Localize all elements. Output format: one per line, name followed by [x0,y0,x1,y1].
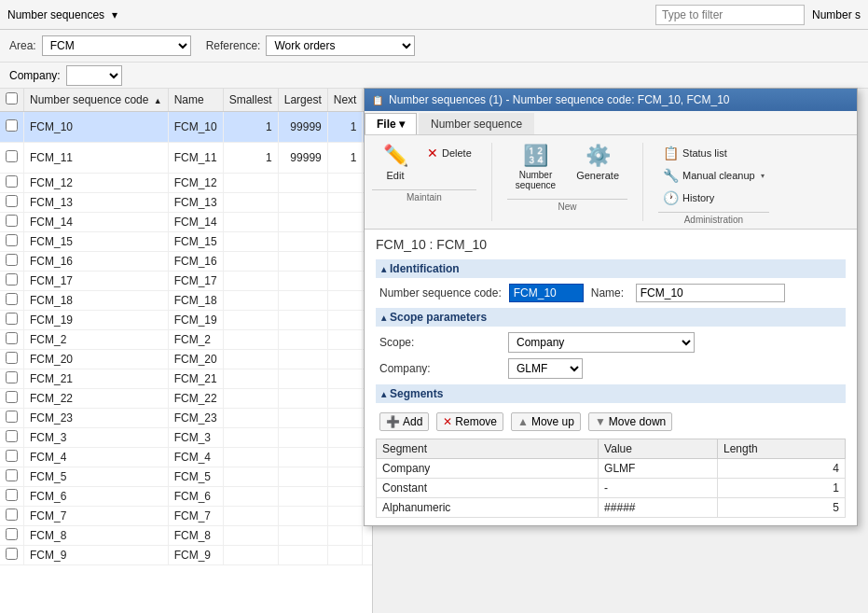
table-row[interactable]: FCM_20 FCM_20 [0,350,373,369]
row-smallest [223,526,278,546]
row-largest [278,291,327,311]
row-checkbox[interactable] [6,528,18,540]
col-header-name[interactable]: Name [168,89,223,112]
row-checkbox[interactable] [6,489,18,501]
title-dropdown-arrow[interactable]: ▾ [112,8,117,21]
row-checkbox[interactable] [6,150,18,162]
edit-icon: ✏️ [383,144,408,168]
status-list-button[interactable]: 📋 Status list [658,143,769,163]
row-smallest [223,291,278,311]
col-header-code[interactable]: Number sequence code ▲ [24,89,169,112]
ribbon-divider-2 [642,143,643,221]
row-check-cell [0,112,24,143]
row-checkbox[interactable] [6,352,18,364]
code-input[interactable] [509,284,584,302]
row-checkbox[interactable] [6,195,18,207]
table-row[interactable]: FCM_12 FCM_12 [0,174,373,193]
row-smallest [223,330,278,350]
manual-cleanup-button[interactable]: 🔧 Manual cleanup ▾ [658,165,769,186]
row-next [327,311,363,330]
company-scope-select[interactable]: GLMF [508,358,583,379]
row-checkbox[interactable] [6,411,18,423]
table-row[interactable]: FCM_9 FCM_9 [0,546,373,565]
number-sequence-table: Number sequence code ▲ Name Smallest Lar… [0,89,373,565]
row-checkbox[interactable] [6,509,18,521]
reference-select[interactable]: Work orders [266,35,415,56]
row-checkbox[interactable] [6,254,18,266]
segments-toggle[interactable]: ▴ [381,389,386,399]
table-row[interactable]: FCM_2 FCM_2 [0,330,373,350]
company-select[interactable] [66,65,122,86]
table-row[interactable]: FCM_23 FCM_23 [0,409,373,428]
tab-number-sequence[interactable]: Number sequence [419,113,534,134]
table-row[interactable]: FCM_8 FCM_8 [0,526,373,546]
scope-select[interactable]: Company [508,332,695,353]
col-header-smallest[interactable]: Smallest [223,89,278,112]
table-row[interactable]: FCM_7 FCM_7 [0,507,373,526]
row-checkbox[interactable] [6,234,18,246]
row-smallest [223,252,278,272]
table-row[interactable]: FCM_19 FCM_19 [0,311,373,330]
row-checkbox[interactable] [6,273,18,286]
row-checkbox[interactable] [6,293,18,305]
move-down-button[interactable]: ▼ Move down [588,412,672,431]
reference-field-group: Reference: Work orders [206,35,416,56]
table-row[interactable]: FCM_22 FCM_22 [0,389,373,409]
ribbon-divider-1 [491,143,492,221]
table-row[interactable]: FCM_16 FCM_16 [0,252,373,272]
col-header-next[interactable]: Next [327,89,363,112]
reference-label: Reference: [206,39,261,52]
table-row[interactable]: FCM_11 FCM_11 1 99999 1 GLRT-##### [0,143,373,174]
table-row[interactable]: FCM_18 FCM_18 [0,291,373,311]
select-all-checkbox[interactable] [6,92,18,104]
table-row[interactable]: FCM_6 FCM_6 [0,487,373,507]
add-segment-button[interactable]: ➕ Add [379,412,429,431]
table-row[interactable]: FCM_10 FCM_10 1 99999 1 GLMF-##### [0,112,373,143]
row-name: FCM_7 [168,507,223,526]
ribbon-content: ✏️ Edit ✕ Delete Maintain [365,135,857,229]
row-smallest [223,174,278,193]
row-checkbox[interactable] [6,119,18,132]
edit-button[interactable]: ✏️ Edit [372,139,419,186]
history-button[interactable]: 🕐 History [658,188,769,208]
table-row[interactable]: FCM_5 FCM_5 [0,467,373,487]
row-checkbox[interactable] [6,313,18,325]
row-checkbox[interactable] [6,215,18,227]
segment-row[interactable]: Company GLMF 4 [377,459,846,479]
row-checkbox[interactable] [6,391,18,403]
cleanup-dropdown-arrow: ▾ [761,172,765,180]
remove-segment-button[interactable]: ✕ Remove [436,412,503,431]
row-check-cell [0,369,24,389]
table-row[interactable]: FCM_14 FCM_14 [0,213,373,232]
segment-row[interactable]: Constant - 1 [377,479,846,498]
table-row[interactable]: FCM_21 FCM_21 [0,369,373,389]
tab-file[interactable]: File ▾ [365,113,417,134]
row-check-cell [0,143,24,174]
generate-button[interactable]: ⚙️ Generate [568,139,627,186]
row-checkbox[interactable] [6,469,18,481]
row-checkbox[interactable] [6,332,18,344]
number-sequence-new-button[interactable]: 🔢 Numbersequence [507,139,564,195]
table-row[interactable]: FCM_17 FCM_17 [0,272,373,291]
area-select[interactable]: FCM [42,35,191,56]
segment-row[interactable]: Alphanumeric ##### 5 [377,498,846,518]
col-header-largest[interactable]: Largest [278,89,327,112]
name-input[interactable] [636,284,785,302]
filter-input[interactable] [655,5,805,25]
table-row[interactable]: FCM_4 FCM_4 [0,448,373,467]
row-checkbox[interactable] [6,450,18,462]
table-row[interactable]: FCM_13 FCM_13 [0,193,373,213]
row-name: FCM_14 [168,213,223,232]
row-checkbox[interactable] [6,430,18,442]
scope-toggle[interactable]: ▴ [381,313,386,323]
table-row[interactable]: FCM_15 FCM_15 [0,232,373,252]
identification-toggle[interactable]: ▴ [381,264,386,274]
app-title: Number sequences [7,8,104,21]
row-checkbox[interactable] [6,175,18,188]
delete-button[interactable]: ✕ Delete [422,143,476,163]
cleanup-icon: 🔧 [663,168,679,183]
row-checkbox[interactable] [6,371,18,383]
table-row[interactable]: FCM_3 FCM_3 [0,428,373,448]
move-up-button[interactable]: ▲ Move up [511,412,581,431]
row-checkbox[interactable] [6,548,18,560]
